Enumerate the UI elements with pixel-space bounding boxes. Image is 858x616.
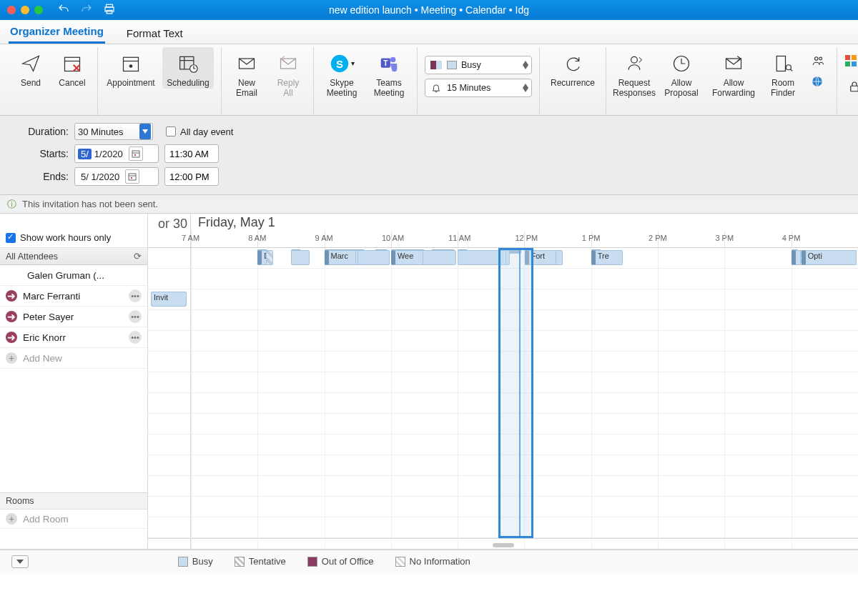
svg-rect-30 bbox=[132, 151, 139, 157]
work-hours-checkbox[interactable] bbox=[6, 233, 16, 243]
starts-label: Starts: bbox=[10, 148, 69, 159]
svg-rect-31 bbox=[134, 154, 136, 156]
ends-label: Ends: bbox=[10, 171, 69, 182]
svg-point-5 bbox=[129, 65, 132, 68]
recurrence-button[interactable]: Recurrence bbox=[547, 47, 598, 89]
redo-icon[interactable] bbox=[80, 3, 93, 18]
people-icon[interactable] bbox=[811, 54, 825, 69]
end-date-input[interactable]: 5/ 1/2020 bbox=[74, 167, 159, 186]
svg-rect-32 bbox=[129, 174, 136, 180]
add-attendee-row[interactable]: + Add New bbox=[0, 348, 147, 369]
busy-swatch-icon bbox=[447, 61, 457, 69]
calendar-icon[interactable] bbox=[129, 146, 143, 161]
svg-rect-28 bbox=[852, 61, 857, 66]
allow-proposal-button[interactable]: Allow Proposal bbox=[661, 47, 702, 99]
meeting-time-form: Duration: 30 Minutes All day event Start… bbox=[0, 116, 858, 195]
info-icon: ⓘ bbox=[7, 198, 16, 211]
svg-rect-2 bbox=[107, 10, 112, 14]
duration-select[interactable]: 30 Minutes bbox=[74, 123, 153, 140]
availability-row bbox=[148, 310, 858, 331]
title-bar: new edition launch • Meeting • Calendar … bbox=[0, 0, 858, 20]
prev-day-label: or 30 bbox=[148, 214, 191, 247]
request-responses-button[interactable]: Request Responses bbox=[613, 47, 655, 99]
legend-bar: Busy Tentative Out of Office No Informat… bbox=[0, 550, 858, 572]
attendee-menu-icon[interactable]: ••• bbox=[129, 289, 142, 302]
show-as-combo[interactable]: Busy bbox=[425, 56, 532, 74]
svg-rect-16 bbox=[436, 61, 442, 69]
svg-point-23 bbox=[819, 57, 822, 60]
add-icon: + bbox=[6, 513, 17, 525]
info-message: This invitation has not been sent. bbox=[22, 199, 158, 209]
start-time-input[interactable] bbox=[164, 144, 219, 163]
send-button[interactable]: Send bbox=[13, 47, 49, 89]
calendar-icon[interactable] bbox=[125, 169, 139, 184]
allow-forwarding-button[interactable]: Allow Forwarding bbox=[708, 47, 759, 99]
ribbon: Send Cancel Appointment Scheduling New E… bbox=[0, 44, 858, 116]
print-icon[interactable] bbox=[103, 3, 116, 18]
window-controls bbox=[7, 6, 43, 14]
all-day-label: All day event bbox=[180, 126, 233, 137]
availability-row: DWeeFortTreOpti bbox=[148, 331, 858, 352]
all-day-checkbox[interactable] bbox=[166, 126, 176, 136]
attendee-menu-icon[interactable]: ••• bbox=[129, 310, 142, 323]
minimize-window-icon[interactable] bbox=[21, 6, 29, 14]
attendee-row[interactable]: Galen Gruman (... bbox=[0, 265, 147, 286]
refresh-icon[interactable]: ⟳ bbox=[134, 251, 142, 262]
svg-rect-25 bbox=[845, 55, 850, 60]
svg-text:T: T bbox=[383, 59, 388, 67]
end-time-input[interactable] bbox=[164, 167, 219, 186]
window-title: new edition launch • Meeting • Calendar … bbox=[0, 4, 858, 16]
categories-icon[interactable]: ▾ bbox=[844, 54, 858, 69]
reply-all-button: Reply All bbox=[270, 47, 306, 99]
tab-format-text[interactable]: Format Text bbox=[125, 23, 184, 44]
lock-icon[interactable] bbox=[848, 80, 859, 95]
svg-rect-33 bbox=[131, 177, 132, 179]
availability-row: MarcOpti bbox=[148, 269, 858, 289]
duration-label: Duration: bbox=[10, 126, 69, 137]
work-hours-label: Show work hours only bbox=[20, 232, 111, 243]
availability-row: InvitMarcFort bbox=[148, 289, 858, 310]
globe-icon[interactable] bbox=[811, 75, 825, 90]
undo-icon[interactable] bbox=[57, 3, 70, 18]
attendee-row[interactable]: ➜ Peter Sayer••• bbox=[0, 307, 147, 327]
svg-point-14 bbox=[390, 57, 396, 63]
busy-swatch-icon bbox=[178, 557, 188, 567]
required-icon: ➜ bbox=[6, 332, 17, 343]
tab-organizer-meeting[interactable]: Organizer Meeting bbox=[9, 21, 105, 44]
show-as-icon bbox=[430, 61, 443, 69]
scheduling-button[interactable]: Scheduling bbox=[162, 47, 214, 89]
attendee-panel: Show work hours only All Attendees ⟳ Gal… bbox=[0, 214, 148, 549]
add-icon: + bbox=[6, 352, 17, 364]
required-icon: ➜ bbox=[6, 290, 17, 302]
reminder-combo[interactable]: 15 Minutes bbox=[425, 79, 532, 97]
svg-rect-26 bbox=[852, 55, 857, 60]
svg-rect-29 bbox=[850, 86, 858, 91]
rooms-header: Rooms bbox=[0, 492, 147, 510]
start-date-input[interactable]: 5/1/2020 bbox=[74, 144, 159, 163]
skype-meeting-button[interactable]: S▾ Skype Meeting bbox=[321, 47, 363, 99]
svg-text:S: S bbox=[336, 58, 343, 70]
attendee-row[interactable]: ➜ Eric Knorr••• bbox=[0, 327, 147, 348]
svg-rect-4 bbox=[124, 57, 139, 71]
cancel-button[interactable]: Cancel bbox=[54, 47, 90, 89]
attendee-menu-icon[interactable]: ••• bbox=[129, 331, 142, 344]
availability-row bbox=[148, 352, 858, 372]
add-room-row[interactable]: + Add Room bbox=[0, 510, 147, 529]
bell-icon bbox=[430, 83, 443, 93]
new-email-button[interactable]: New Email bbox=[229, 47, 265, 99]
required-icon: ➜ bbox=[6, 311, 17, 322]
attendee-row[interactable]: ➜ Marc Ferranti••• bbox=[0, 286, 147, 307]
legend-dropdown[interactable] bbox=[11, 555, 29, 568]
availability-grid[interactable]: or 30 Friday, May 1 7 AM8 AM9 AM10 AM11 … bbox=[148, 214, 858, 549]
room-finder-button[interactable]: Room Finder bbox=[765, 47, 801, 99]
svg-rect-27 bbox=[845, 61, 850, 66]
svg-point-21 bbox=[786, 65, 791, 70]
zoom-window-icon[interactable] bbox=[34, 6, 43, 14]
tentative-swatch-icon bbox=[235, 557, 245, 567]
teams-meeting-button[interactable]: T Teams Meeting bbox=[368, 47, 410, 99]
appointment-button[interactable]: Appointment bbox=[105, 47, 157, 89]
close-window-icon[interactable] bbox=[7, 6, 16, 14]
attendees-header: All Attendees ⟳ bbox=[0, 248, 147, 265]
resize-handle-icon[interactable] bbox=[493, 543, 514, 547]
ribbon-tab-row: Organizer Meeting Format Text bbox=[0, 20, 858, 44]
